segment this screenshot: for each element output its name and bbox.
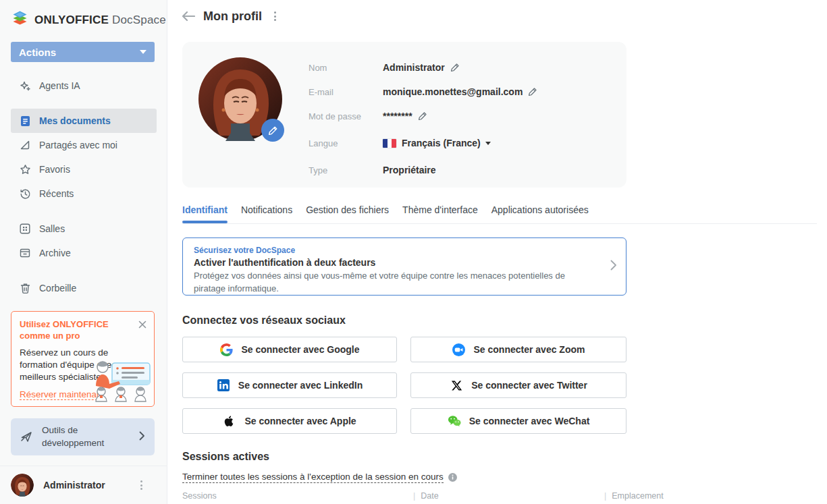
caret-down-icon — [485, 142, 491, 145]
apple-icon — [223, 414, 236, 428]
avatar[interactable] — [11, 474, 34, 497]
actions-button[interactable]: Actions — [11, 42, 155, 62]
current-user-row[interactable]: Administrator — [0, 466, 167, 504]
connect-wechat-button[interactable]: Se connecter avec WeChat — [410, 408, 626, 434]
edit-avatar-button[interactable] — [261, 119, 284, 142]
shared-icon — [19, 139, 31, 151]
sessions-heading: Sessions actives — [182, 451, 269, 463]
page-title: Mon profil — [203, 9, 262, 24]
chevron-right-icon — [139, 431, 145, 443]
connect-google-button[interactable]: Se connecter avec Google — [182, 337, 397, 362]
banner-title: Activer l'authentification à deux facteu… — [194, 257, 593, 268]
user-name: Administrator — [43, 480, 105, 491]
tabs-divider — [182, 223, 817, 224]
field-name: Nom Administrator — [309, 61, 537, 74]
chevron-right-icon — [610, 260, 616, 273]
back-arrow-icon[interactable] — [181, 9, 196, 24]
caret-down-icon — [140, 50, 146, 54]
edit-name-icon[interactable] — [450, 63, 460, 72]
twitter-x-icon — [450, 379, 463, 392]
social-heading: Connectez vos réseaux sociaux — [182, 314, 346, 327]
promo-title: Utilisez ONLYOFFICE comme un pro — [20, 319, 136, 342]
tab-interface-theme[interactable]: Thème d'interface — [402, 204, 478, 222]
tab-authorized-apps[interactable]: Applications autorisées — [491, 204, 589, 222]
app-logo[interactable]: ONLYOFFICE DocSpace — [11, 10, 166, 30]
main-content: Mon profil — [167, 0, 827, 504]
training-illustration — [90, 359, 153, 406]
sidebar-item-recent[interactable]: Récents — [11, 181, 157, 206]
terminate-sessions-link[interactable]: Terminer toutes les sessions à l'excepti… — [182, 472, 444, 483]
sidebar-item-trash[interactable]: Corbeille — [11, 276, 157, 300]
tab-file-management[interactable]: Gestion des fichiers — [306, 204, 389, 222]
connect-apple-button[interactable]: Se connecter avec Apple — [182, 408, 397, 434]
banner-description: Protégez vos données ainsi que vous-même… — [194, 270, 593, 296]
france-flag-icon — [383, 139, 396, 148]
history-clock-icon — [19, 188, 31, 200]
rooms-grid-icon — [19, 223, 31, 235]
developer-tools-icon — [20, 430, 33, 445]
column-date: |Date — [413, 491, 604, 501]
field-language: Langue Français (France) — [309, 136, 537, 150]
zoom-icon — [452, 343, 466, 356]
developer-tools-button[interactable]: Outils de développement — [11, 418, 155, 455]
social-buttons: Se connecter avec Google Se connecter av… — [182, 337, 626, 434]
sidebar-item-rooms[interactable]: Salles — [11, 217, 157, 241]
page-header: Mon profil — [181, 9, 279, 24]
sidebar-item-agents-ia[interactable]: Agents IA — [11, 74, 157, 98]
wechat-icon — [448, 414, 461, 428]
brand-name: ONLYOFFICE DocSpace — [34, 13, 166, 27]
document-icon — [19, 115, 31, 127]
edit-email-icon[interactable] — [528, 87, 537, 96]
terminate-sessions-row: Terminer toutes les sessions à l'excepti… — [182, 472, 457, 483]
connect-twitter-button[interactable]: Se connecter avec Twitter — [410, 372, 626, 398]
trash-icon — [19, 282, 31, 294]
edit-password-icon[interactable] — [418, 111, 427, 121]
connect-linkedin-button[interactable]: Se connecter avec LinkedIn — [182, 372, 397, 398]
close-icon[interactable] — [137, 319, 148, 330]
tab-identifiant[interactable]: Identifiant — [182, 204, 228, 222]
google-icon — [219, 343, 233, 356]
archive-box-icon — [19, 247, 31, 259]
connect-zoom-button[interactable]: Se connecter avec Zoom — [410, 337, 626, 362]
promo-card: Utilisez ONLYOFFICE comme un pro Réserve… — [11, 311, 155, 407]
profile-fields: Nom Administrator E-mail monique.monette… — [309, 61, 537, 188]
sessions-table-header: Sessions |Date |Emplacement — [182, 491, 817, 501]
user-options-icon[interactable] — [138, 478, 145, 493]
sidebar-item-favorites[interactable]: Favoris — [11, 157, 157, 181]
star-icon — [19, 163, 31, 175]
field-type: Type Propriétaire — [309, 163, 537, 177]
docspace-app: ONLYOFFICE DocSpace Actions Agents IA — [0, 0, 827, 504]
field-email: E-mail monique.monettes@gmail.com — [309, 85, 537, 99]
two-factor-banner[interactable]: Sécurisez votre DocSpace Activer l'authe… — [182, 237, 626, 296]
profile-tabs: Identifiant Notifications Gestion des fi… — [182, 204, 602, 222]
language-selector[interactable]: Français (France) — [383, 138, 491, 148]
onlyoffice-layers-icon — [11, 10, 29, 30]
sidebar: ONLYOFFICE DocSpace Actions Agents IA — [0, 0, 167, 504]
banner-caption: Sécurisez votre DocSpace — [194, 246, 593, 255]
column-sessions: Sessions — [182, 491, 413, 501]
linkedin-icon — [217, 379, 230, 392]
info-icon[interactable] — [448, 473, 457, 482]
ai-sparkle-icon — [19, 80, 31, 92]
profile-card: Nom Administrator E-mail monique.monette… — [182, 42, 626, 188]
profile-options-icon[interactable] — [271, 9, 279, 24]
sidebar-item-my-documents[interactable]: Mes documents — [11, 109, 157, 133]
sidebar-item-shared[interactable]: Partagés avec moi — [11, 133, 157, 157]
tab-notifications[interactable]: Notifications — [241, 204, 292, 222]
sidebar-nav: Agents IA Mes documents — [11, 74, 157, 300]
field-password: Mot de passe ******** — [309, 109, 537, 123]
column-location: |Emplacement — [604, 491, 817, 501]
profile-avatar — [198, 57, 282, 141]
sidebar-item-archive[interactable]: Archive — [11, 241, 157, 265]
